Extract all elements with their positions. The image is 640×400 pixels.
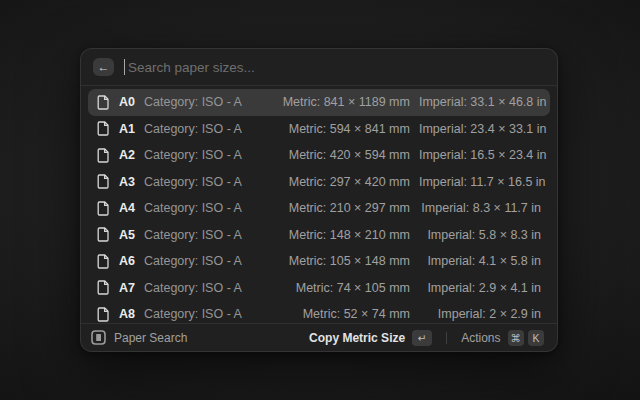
paper-size-category: Category: ISO - A (144, 201, 242, 215)
paper-size-category: Category: ISO - A (144, 307, 242, 321)
paper-size-row[interactable]: A3 Category: ISO - A Metric: 297 × 420 m… (88, 169, 550, 196)
paper-search-app-icon (91, 330, 106, 345)
imperial-size-value: Imperial: 33.1 × 46.8 in (419, 95, 547, 109)
paper-size-category: Category: ISO - A (144, 228, 242, 242)
document-icon (97, 254, 110, 269)
imperial-size-value: Imperial: 2.9 × 4.1 in (419, 281, 541, 295)
document-icon (97, 174, 110, 189)
paper-size-category: Category: ISO - A (144, 281, 242, 295)
metric-size-value: Metric: 420 × 594 mm (260, 148, 410, 162)
imperial-size-value: Imperial: 2 × 2.9 in (419, 307, 541, 321)
paper-size-name: A6 (119, 254, 135, 268)
search-field-wrap (124, 59, 545, 75)
metric-size-value: Metric: 297 × 420 mm (260, 175, 410, 189)
paper-size-name: A2 (119, 148, 135, 162)
paper-size-name: A5 (119, 228, 135, 242)
paper-size-name: A8 (119, 307, 135, 321)
actions-button[interactable]: Actions ⌘ K (458, 328, 547, 348)
back-button[interactable]: ← (93, 58, 114, 76)
text-caret (124, 59, 125, 75)
paper-size-category: Category: ISO - A (144, 254, 242, 268)
document-icon (97, 148, 110, 163)
paper-size-row[interactable]: A5 Category: ISO - A Metric: 148 × 210 m… (88, 222, 550, 249)
copy-metric-size-button[interactable]: Copy Metric Size ↵ (306, 328, 435, 348)
copy-metric-size-label: Copy Metric Size (309, 331, 405, 345)
metric-size-value: Metric: 148 × 210 mm (260, 228, 410, 242)
metric-size-value: Metric: 74 × 105 mm (260, 281, 410, 295)
app-name-label: Paper Search (114, 331, 187, 345)
k-key-icon: K (528, 330, 544, 346)
paper-size-category: Category: ISO - A (144, 175, 242, 189)
cmd-key-icon: ⌘ (508, 330, 525, 346)
metric-size-value: Metric: 594 × 841 mm (260, 122, 410, 136)
paper-size-name: A0 (119, 95, 135, 109)
imperial-size-value: Imperial: 11.7 × 16.5 in (419, 175, 546, 189)
metric-size-value: Metric: 210 × 297 mm (260, 201, 410, 215)
command-palette-window: ← A0 Category: ISO - A Metric: 841 × 118… (80, 48, 558, 352)
actions-shortcut: ⌘ K (508, 330, 545, 346)
metric-size-value: Metric: 841 × 1189 mm (260, 95, 410, 109)
paper-size-name: A7 (119, 281, 135, 295)
document-icon (97, 307, 110, 322)
paper-size-name: A4 (119, 201, 135, 215)
document-icon (97, 121, 110, 136)
actions-label: Actions (461, 331, 500, 345)
paper-size-list: A0 Category: ISO - A Metric: 841 × 1189 … (81, 86, 557, 323)
paper-size-row[interactable]: A1 Category: ISO - A Metric: 594 × 841 m… (88, 116, 550, 143)
paper-size-name: A1 (119, 122, 135, 136)
document-icon (97, 95, 110, 110)
paper-size-category: Category: ISO - A (144, 122, 242, 136)
imperial-size-value: Imperial: 8.3 × 11.7 in (419, 201, 541, 215)
imperial-size-value: Imperial: 5.8 × 8.3 in (419, 228, 541, 242)
paper-size-row[interactable]: A8 Category: ISO - A Metric: 52 × 74 mm … (88, 301, 550, 323)
paper-size-name: A3 (119, 175, 135, 189)
paper-size-row[interactable]: A6 Category: ISO - A Metric: 105 × 148 m… (88, 248, 550, 275)
metric-size-value: Metric: 105 × 148 mm (260, 254, 410, 268)
imperial-size-value: Imperial: 16.5 × 23.4 in (419, 148, 547, 162)
imperial-size-value: Imperial: 4.1 × 5.8 in (419, 254, 541, 268)
enter-key-icon: ↵ (412, 330, 432, 346)
footer-bar: Paper Search Copy Metric Size ↵ Actions … (81, 324, 557, 351)
back-arrow-icon: ← (98, 58, 110, 76)
footer-action-divider (446, 332, 447, 344)
imperial-size-value: Imperial: 23.4 × 33.1 in (419, 122, 547, 136)
search-input[interactable] (126, 60, 545, 75)
metric-size-value: Metric: 52 × 74 mm (260, 307, 410, 321)
paper-size-row[interactable]: A7 Category: ISO - A Metric: 74 × 105 mm… (88, 275, 550, 302)
document-icon (97, 227, 110, 242)
paper-size-row[interactable]: A2 Category: ISO - A Metric: 420 × 594 m… (88, 142, 550, 169)
paper-size-category: Category: ISO - A (144, 148, 242, 162)
paper-size-category: Category: ISO - A (144, 95, 242, 109)
paper-size-row[interactable]: A4 Category: ISO - A Metric: 210 × 297 m… (88, 195, 550, 222)
paper-size-row[interactable]: A0 Category: ISO - A Metric: 841 × 1189 … (88, 89, 550, 116)
search-bar: ← (81, 49, 557, 85)
document-icon (97, 280, 110, 295)
document-icon (97, 201, 110, 216)
